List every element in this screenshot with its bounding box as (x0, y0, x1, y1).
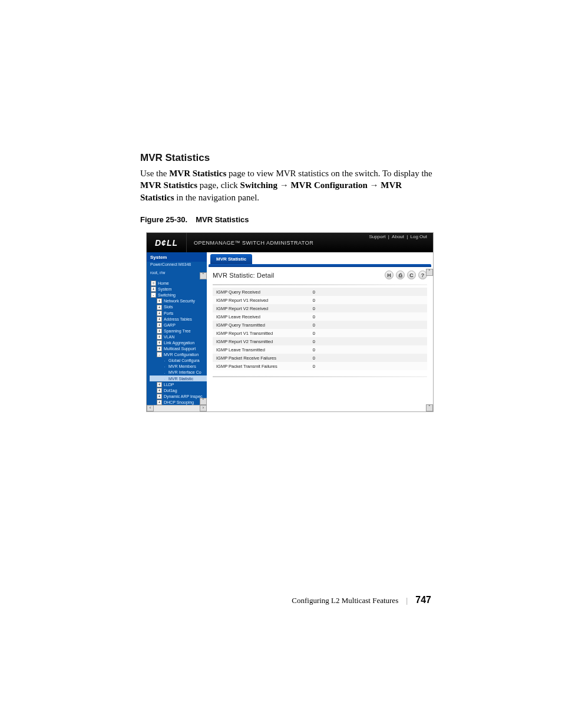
tree-item[interactable]: +Dynamic ARP Inspec (150, 393, 207, 399)
app-header: D¢LL OPENMANAGE™ SWITCH ADMINISTRATOR Su… (147, 233, 433, 252)
tree-leaf-icon: · (163, 371, 167, 375)
expand-icon: + (157, 340, 162, 345)
home-icon: = (151, 281, 156, 286)
stat-label: IGMP Leave Received (213, 312, 309, 321)
divider (213, 376, 427, 377)
text-bold: MVR Configuration (290, 180, 367, 190)
expand-icon: + (157, 322, 162, 328)
figure-number: Figure 25-30. (140, 215, 187, 224)
stat-value: 0 (309, 321, 427, 329)
tree-leaf-icon: · (163, 364, 167, 368)
stats-table: IGMP Query Received0IGMP Report V1 Recei… (213, 288, 427, 370)
tree-item[interactable]: -Switching (150, 292, 207, 298)
stat-value: 0 (309, 362, 427, 370)
tree-item[interactable]: +GARP (150, 322, 207, 328)
scroll-right-icon[interactable]: › (200, 405, 207, 411)
expand-icon: + (157, 388, 162, 393)
sidebar-scroll-down-icon[interactable]: ˅ (200, 398, 207, 405)
nav-tree: =Home+System-Switching+Network Security+… (147, 279, 207, 411)
stat-value: 0 (309, 312, 427, 321)
text-bold: MVR Statistics (169, 169, 226, 178)
tree-item[interactable]: +System (150, 286, 207, 292)
figure-caption: Figure 25-30.MVR Statistics (140, 215, 435, 224)
stat-label: IGMP Report V2 Received (213, 304, 309, 312)
table-row: IGMP Report V2 Transmitted0 (213, 337, 427, 345)
stat-value: 0 (309, 329, 427, 337)
stat-value: 0 (309, 296, 427, 304)
footer-chapter: Configuring L2 Multicast Features (292, 596, 398, 605)
stat-label: IGMP Packet Receive Failures (213, 354, 309, 362)
tree-item[interactable]: +Spanning Tree (150, 328, 207, 334)
table-row: IGMP Leave Received0 (213, 312, 427, 321)
text: Use the (140, 169, 169, 178)
expand-icon: + (157, 311, 162, 316)
sidebar-device: PowerConnect M6348 (147, 262, 207, 270)
tree-item-label: Network Security (164, 298, 195, 304)
panel-title: MVR Statistic: Detail (213, 272, 274, 279)
tree-item[interactable]: +LLDP (150, 381, 207, 387)
dell-logo: D¢LL (147, 233, 187, 252)
sidebar-scroll-up-icon[interactable]: ˄ (200, 272, 207, 279)
main-panel: MVR Statistic MVR Statistic: Detail H ⎙ … (207, 252, 433, 411)
expand-icon: + (157, 328, 162, 334)
tree-item-label: System (158, 286, 171, 292)
table-row: IGMP Report V2 Received0 (213, 304, 427, 312)
stat-label: IGMP Leave Transmitted (213, 345, 309, 354)
expand-icon: + (157, 298, 162, 304)
table-row: IGMP Packet Transmit Failures0 (213, 362, 427, 370)
table-row: IGMP Report V1 Transmitted0 (213, 329, 427, 337)
table-row: IGMP Report V1 Received0 (213, 296, 427, 304)
link-about[interactable]: About (392, 234, 404, 239)
tree-item[interactable]: ·MVR Statistic (150, 375, 207, 381)
tree-item[interactable]: =Home (150, 281, 207, 286)
expand-icon: + (157, 334, 162, 340)
table-row: IGMP Query Transmitted0 (213, 321, 427, 329)
link-logout[interactable]: Log Out (411, 234, 427, 239)
main-scroll-down-icon[interactable]: ˅ (426, 404, 433, 411)
tree-item-label: MVR Members (168, 364, 196, 369)
tree-item-label: Global Configura (168, 358, 200, 363)
tree-item[interactable]: -MVR Configuration (150, 352, 207, 358)
tree-item[interactable]: ·Global Configura (150, 358, 207, 364)
tree-item[interactable]: +Multicast Support (150, 346, 207, 352)
table-row: IGMP Query Received0 (213, 288, 427, 296)
expand-icon: + (157, 400, 162, 405)
link-support[interactable]: Support (369, 234, 386, 239)
save-icon[interactable]: H (385, 271, 394, 279)
tab-mvr-statistic[interactable]: MVR Statistic (210, 254, 252, 264)
stat-label: IGMP Report V1 Received (213, 296, 309, 304)
tree-item-label: Switching (158, 292, 176, 298)
body-paragraph: Use the MVR Statistics page to view MVR … (140, 167, 435, 203)
toolbar: H ⎙ C ? (385, 271, 427, 279)
stat-label: IGMP Packet Transmit Failures (213, 362, 309, 370)
table-row: IGMP Packet Receive Failures0 (213, 354, 427, 362)
tree-item-label: Home (158, 281, 169, 286)
tree-item[interactable]: ·MVR Interface Co (150, 370, 207, 375)
main-scroll-up-icon[interactable]: ˄ (426, 269, 433, 276)
tree-item[interactable]: +VLAN (150, 334, 207, 340)
app-title: OPENMANAGE™ SWITCH ADMINISTRATOR (187, 240, 313, 246)
tree-item[interactable]: ·MVR Members (150, 364, 207, 370)
sidebar-hscroll[interactable]: ‹ › (147, 405, 207, 411)
tree-item[interactable]: +Link Aggregation (150, 340, 207, 346)
print-icon[interactable]: ⎙ (396, 271, 405, 279)
tree-item-label: GARP (164, 322, 176, 328)
text: → (277, 180, 291, 190)
text-bold: MVR Statistics (140, 180, 197, 190)
tree-item[interactable]: +Ports (150, 310, 207, 316)
collapse-icon: - (151, 292, 156, 298)
tree-item[interactable]: +Dot1ag (150, 387, 207, 393)
tree-item[interactable]: +Network Security (150, 298, 207, 304)
stat-value: 0 (309, 337, 427, 345)
expand-icon: + (151, 286, 156, 292)
refresh-icon[interactable]: C (407, 271, 416, 279)
tree-item-label: MVR Statistic (168, 376, 193, 381)
footer-separator: | (406, 596, 408, 605)
tab-strip (209, 264, 431, 267)
expand-icon: + (157, 394, 162, 399)
text: page to view MVR statistics on the switc… (226, 169, 432, 178)
scroll-left-icon[interactable]: ‹ (147, 405, 154, 411)
tree-item[interactable]: +Address Tables (150, 316, 207, 322)
tree-item[interactable]: +Slots (150, 304, 207, 310)
nav-sidebar: System PowerConnect M6348 root, r/w ˄ =H… (147, 252, 207, 411)
